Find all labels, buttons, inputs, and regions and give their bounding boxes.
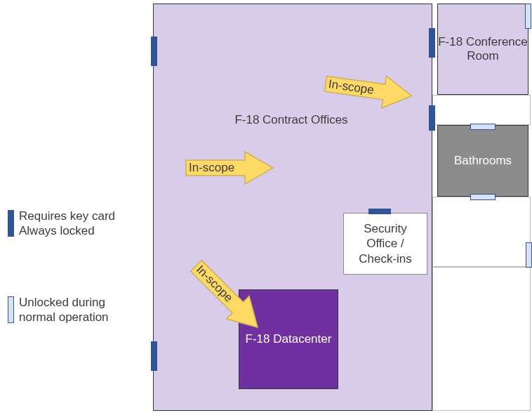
label-contract-offices: F-18 Contract Offices [200, 112, 383, 127]
door-unlocked-4 [525, 4, 531, 29]
door-unlocked-3 [526, 242, 532, 268]
label-security-office: Security Office / Check-ins [348, 221, 423, 266]
legend-swatch-locked [8, 210, 14, 237]
legend-text-unlocked: Unlocked during normal operation [19, 295, 109, 325]
arrow-inscope-2: In-scope [185, 150, 274, 185]
hall-segment-top [432, 95, 531, 125]
door-locked-2 [151, 341, 157, 371]
legend-text-locked: Requires key card Always locked [19, 209, 115, 239]
room-conference: F-18 Conference Room [437, 4, 528, 95]
door-locked-3 [429, 28, 435, 58]
room-bathrooms: Bathrooms [437, 125, 528, 197]
hall-segment-bottom [432, 267, 531, 411]
room-security-office: Security Office / Check-ins [343, 213, 427, 275]
door-unlocked-2 [470, 194, 496, 200]
floorplan-diagram: F-18 Contract Offices F-18 Conference Ro… [0, 0, 532, 413]
door-locked-4 [429, 105, 435, 131]
label-conference: F-18 Conference Room [438, 35, 528, 64]
label-datacenter: F-18 Datacenter [246, 332, 332, 346]
door-unlocked-1 [470, 124, 496, 130]
hall-segment-mid [432, 197, 531, 267]
label-bathrooms: Bathrooms [454, 154, 512, 168]
door-locked-5 [368, 209, 391, 214]
door-locked-1 [151, 37, 157, 66]
legend-swatch-unlocked [8, 296, 14, 323]
arrow-label-2: In-scope [189, 161, 234, 175]
